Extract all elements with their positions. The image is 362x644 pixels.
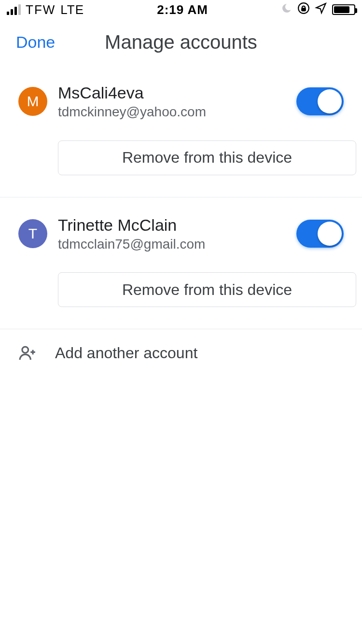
svg-point-2: [22, 347, 28, 353]
account-header: M MsCali4eva tdmckinney@yahoo.com: [18, 82, 344, 121]
svg-rect-1: [302, 8, 306, 11]
account-header: T Trinette McClain tdmcclain75@gmail.com: [18, 214, 344, 253]
account-toggle[interactable]: [296, 220, 344, 248]
battery-icon: [332, 4, 355, 15]
signal-strength-icon: [7, 4, 21, 15]
page-title: Manage accounts: [105, 31, 257, 53]
remove-account-button[interactable]: Remove from this device: [58, 272, 356, 307]
account-item: M MsCali4eva tdmckinney@yahoo.com Remove…: [0, 65, 362, 197]
orientation-lock-icon: [297, 2, 310, 18]
account-text: MsCali4eva tdmckinney@yahoo.com: [58, 82, 296, 121]
avatar: M: [18, 87, 47, 116]
account-email: tdmckinney@yahoo.com: [58, 103, 296, 121]
account-text: Trinette McClain tdmcclain75@gmail.com: [58, 214, 296, 253]
avatar: T: [18, 219, 47, 248]
location-icon: [315, 2, 327, 18]
nav-header: Done Manage accounts: [0, 19, 362, 65]
add-user-icon: [18, 344, 37, 362]
account-email: tdmcclain75@gmail.com: [58, 236, 296, 253]
account-name: MsCali4eva: [58, 82, 296, 103]
remove-account-button[interactable]: Remove from this device: [58, 140, 356, 175]
add-account-label: Add another account: [55, 344, 197, 362]
status-bar: TFW LTE 2:19 AM: [0, 0, 362, 19]
status-left: TFW LTE: [7, 2, 84, 17]
account-name: Trinette McClain: [58, 214, 296, 236]
status-right: [281, 2, 355, 18]
done-button[interactable]: Done: [16, 33, 55, 52]
do-not-disturb-icon: [281, 2, 292, 17]
carrier-label: TFW: [26, 2, 56, 17]
add-account-row[interactable]: Add another account: [0, 329, 362, 377]
account-toggle[interactable]: [296, 87, 344, 115]
account-item: T Trinette McClain tdmcclain75@gmail.com…: [0, 197, 362, 330]
network-label: LTE: [60, 2, 84, 17]
status-time: 2:19 AM: [157, 2, 208, 17]
